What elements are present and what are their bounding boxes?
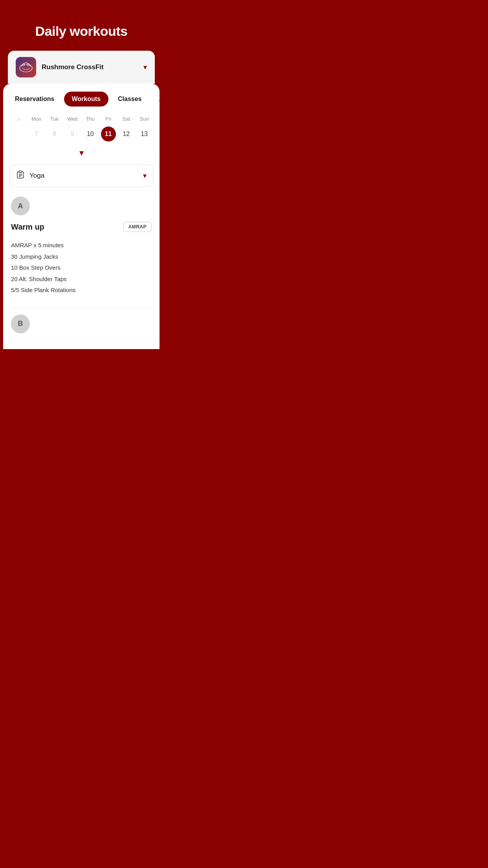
- days-row: 7 8 9 10 11 12 13: [9, 127, 153, 142]
- clipboard-icon: [16, 170, 25, 181]
- svg-point-0: [20, 64, 32, 72]
- main-card: Reservations Workouts Classes Ap... n Mo…: [3, 84, 160, 349]
- day-label-sat: Sat: [117, 114, 136, 123]
- calendar: n Mon Tue Wed Thu Fri Sat Sun 7 8 9 10 1…: [3, 110, 160, 164]
- day-label-wed: Wed: [63, 114, 81, 123]
- date-11[interactable]: 11: [101, 127, 116, 142]
- header: Daily workouts: [0, 0, 163, 51]
- avatar-b: B: [11, 314, 30, 333]
- workout-line-4: 20 Alt. Shoulder Taps: [11, 274, 152, 285]
- date-8[interactable]: 8: [47, 127, 62, 142]
- date-prev-end[interactable]: [11, 127, 26, 142]
- day-label-thu: Thu: [81, 114, 99, 123]
- day-label-mon: Mon: [28, 114, 46, 123]
- workout-line-1: AMRAP x 5 minutes: [11, 240, 152, 251]
- date-7[interactable]: 7: [29, 127, 44, 142]
- svg-point-1: [22, 64, 25, 66]
- svg-rect-4: [19, 171, 22, 173]
- workout-badge: AMRAP: [123, 222, 152, 232]
- workout-line-5: 5/5 Side Plank Rotations: [11, 285, 152, 296]
- day-label-fri: Fri: [99, 114, 117, 123]
- tabs-row: Reservations Workouts Classes Ap...: [3, 84, 160, 110]
- gym-logo: [16, 57, 36, 77]
- date-9[interactable]: 9: [65, 127, 80, 142]
- workout-line-2: 30 Jumping Jacks: [11, 251, 152, 263]
- day-label-prev: n: [9, 114, 28, 123]
- gym-dropdown-chevron: ▾: [143, 63, 147, 72]
- workout-name: Yoga: [29, 172, 138, 180]
- workout-line-3: 10 Box Step Overs: [11, 262, 152, 274]
- workout-header: Warm up AMRAP: [11, 222, 152, 232]
- date-10[interactable]: 10: [83, 127, 98, 142]
- workout-selector-dropdown[interactable]: Yoga ▾: [9, 164, 153, 187]
- tab-workouts[interactable]: Workouts: [64, 92, 108, 107]
- days-header: n Mon Tue Wed Thu Fri Sat Sun: [9, 114, 153, 123]
- day-label-tue: Tue: [46, 114, 64, 123]
- tab-classes[interactable]: Classes: [110, 92, 150, 107]
- avatar-a: A: [11, 197, 30, 215]
- workout-details: AMRAP x 5 minutes 30 Jumping Jacks 10 Bo…: [11, 240, 152, 296]
- tab-reservations[interactable]: Reservations: [7, 92, 62, 107]
- tab-app[interactable]: Ap...: [151, 92, 160, 107]
- date-12[interactable]: 12: [119, 127, 134, 142]
- workout-section-title: Warm up: [11, 223, 44, 232]
- gym-name: Rushmore CrossFit: [42, 63, 138, 71]
- section-divider: [11, 308, 152, 308]
- svg-point-2: [27, 64, 29, 66]
- date-13[interactable]: 13: [137, 127, 152, 142]
- calendar-expand-button[interactable]: ▾: [9, 145, 153, 164]
- gym-selector[interactable]: Rushmore CrossFit ▾: [8, 51, 155, 84]
- page-title: Daily workouts: [8, 24, 155, 39]
- section-a: A Warm up AMRAP AMRAP x 5 minutes 30 Jum…: [3, 197, 160, 296]
- day-label-sun: Sun: [135, 114, 153, 123]
- workout-chevron-icon: ▾: [143, 171, 147, 180]
